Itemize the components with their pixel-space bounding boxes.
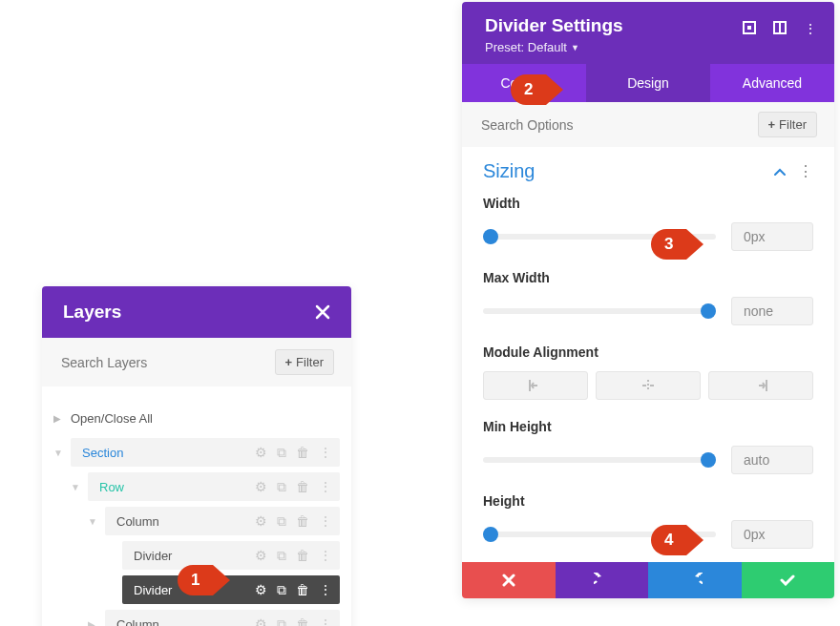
layers-panel: Layers + Filter ▶ Open/Close All ▼ Secti… [42, 286, 351, 626]
align-left-button[interactable] [483, 371, 588, 400]
max-width-slider[interactable] [483, 308, 716, 314]
settings-search-input[interactable] [479, 116, 651, 134]
height-slider[interactable] [483, 532, 716, 537]
open-close-label: Open/Close All [71, 411, 340, 426]
divider-label: Divider [134, 549, 255, 563]
redo-button[interactable] [648, 562, 742, 598]
align-center-button[interactable] [596, 371, 701, 400]
settings-tabs: Content Design Advanced [462, 64, 834, 102]
field-height: Height 0px [462, 488, 834, 562]
duplicate-icon[interactable]: ⧉ [277, 479, 286, 495]
gear-icon[interactable]: ⚙ [255, 479, 267, 495]
caret-down-icon: ▼ [71, 482, 80, 492]
trash-icon[interactable]: 🗑 [296, 582, 309, 598]
slider-thumb[interactable] [701, 452, 716, 468]
field-width: Width 0px [462, 190, 834, 264]
row-pill: Row ⚙ ⧉ 🗑 ⋮ [88, 472, 340, 501]
close-icon[interactable] [315, 304, 330, 320]
discard-button[interactable] [462, 562, 556, 598]
duplicate-icon[interactable]: ⧉ [277, 616, 286, 627]
gear-icon[interactable]: ⚙ [255, 445, 267, 461]
save-button[interactable] [742, 562, 835, 598]
tab-advanced[interactable]: Advanced [710, 64, 834, 102]
column-pill: Column ⚙ ⧉ 🗑 ⋮ [105, 507, 340, 535]
column-pill-2: Column ⚙ ⧉ 🗑 ⋮ [105, 610, 340, 626]
section-actions: ⚙ ⧉ 🗑 ⋮ [255, 445, 340, 461]
trash-icon[interactable]: 🗑 [296, 479, 309, 495]
duplicate-icon[interactable]: ⧉ [277, 582, 286, 598]
trash-icon[interactable]: 🗑 [296, 616, 309, 627]
slider-thumb[interactable] [483, 527, 498, 542]
tree-item-divider-2-active[interactable]: Divider ⚙ ⧉ 🗑 ⋮ [105, 575, 340, 604]
gear-icon[interactable]: ⚙ [255, 548, 267, 564]
dots-icon[interactable]: ⋮ [319, 548, 332, 564]
plus-icon: + [285, 355, 293, 369]
alignment-label: Module Alignment [483, 344, 813, 360]
settings-header-icons: ⋮ [743, 21, 817, 36]
dots-icon[interactable]: ⋮ [319, 479, 332, 495]
field-max-width: Max Width none [462, 264, 834, 339]
height-value[interactable]: 0px [731, 520, 813, 549]
slider-thumb[interactable] [483, 229, 498, 244]
undo-button[interactable] [556, 562, 649, 598]
tab-content[interactable]: Content [462, 64, 586, 102]
plus-icon: + [768, 117, 776, 132]
columns-icon[interactable] [773, 21, 787, 36]
tree-item-column-2[interactable]: ▶ Column ⚙ ⧉ 🗑 ⋮ [88, 610, 340, 626]
tree-open-close-all[interactable]: ▶ Open/Close All [53, 404, 340, 432]
layers-search-input[interactable] [59, 354, 231, 371]
dots-icon[interactable]: ⋮ [804, 21, 817, 36]
width-value[interactable]: 0px [731, 222, 813, 251]
row-actions: ⚙ ⧉ 🗑 ⋮ [255, 479, 340, 495]
column-label: Column [116, 514, 255, 529]
caret-down-icon: ▼ [571, 43, 579, 52]
trash-icon[interactable]: 🗑 [296, 513, 309, 530]
divider-label: Divider [134, 583, 255, 597]
settings-filter-button[interactable]: + Filter [758, 112, 817, 137]
tree-item-row[interactable]: ▼ Row ⚙ ⧉ 🗑 ⋮ [71, 472, 340, 501]
tab-design[interactable]: Design [586, 64, 710, 102]
trash-icon[interactable]: 🗑 [296, 548, 309, 564]
field-alignment: Module Alignment [462, 339, 834, 413]
duplicate-icon[interactable]: ⧉ [277, 445, 286, 461]
divider-pill-active: Divider ⚙ ⧉ 🗑 ⋮ [122, 575, 340, 604]
width-slider[interactable] [483, 234, 716, 240]
dots-icon[interactable]: ⋮ [319, 445, 332, 461]
dots-icon[interactable]: ⋮ [319, 582, 332, 598]
preset-text: Preset: Default [485, 40, 567, 54]
tree-item-section[interactable]: ▼ Section ⚙ ⧉ 🗑 ⋮ [53, 438, 340, 467]
column-actions: ⚙ ⧉ 🗑 ⋮ [255, 513, 340, 530]
caret-down-icon: ▼ [53, 448, 63, 458]
gear-icon[interactable]: ⚙ [255, 616, 267, 627]
svg-rect-1 [747, 26, 751, 30]
row-label: Row [99, 480, 255, 494]
layers-header: Layers [42, 286, 351, 338]
settings-actions-bar [462, 562, 834, 598]
settings-search-row: + Filter [462, 102, 834, 147]
gear-icon[interactable]: ⚙ [255, 582, 267, 598]
settings-preset[interactable]: Preset: Default ▼ [485, 40, 811, 54]
layers-filter-button[interactable]: + Filter [275, 349, 334, 375]
max-width-value[interactable]: none [731, 297, 813, 325]
tree-item-divider-1[interactable]: Divider ⚙ ⧉ 🗑 ⋮ [105, 541, 340, 570]
min-height-value[interactable]: auto [731, 446, 813, 474]
width-label: Width [483, 196, 813, 211]
section-sizing-head[interactable]: Sizing ⋮ [462, 147, 834, 190]
filter-label: Filter [779, 117, 807, 132]
gear-icon[interactable]: ⚙ [255, 513, 267, 530]
section-sizing-icons: ⋮ [773, 162, 813, 180]
slider-thumb[interactable] [701, 303, 716, 319]
duplicate-icon[interactable]: ⧉ [277, 548, 286, 564]
dots-icon[interactable]: ⋮ [319, 616, 332, 627]
dots-icon[interactable]: ⋮ [319, 513, 332, 530]
dots-icon[interactable]: ⋮ [798, 162, 813, 180]
min-height-slider[interactable] [483, 457, 716, 463]
column2-actions: ⚙ ⧉ 🗑 ⋮ [255, 616, 340, 627]
expand-icon[interactable] [743, 21, 756, 36]
tree-item-column-1[interactable]: ▼ Column ⚙ ⧉ 🗑 ⋮ [88, 507, 340, 535]
align-right-button[interactable] [708, 371, 813, 400]
duplicate-icon[interactable]: ⧉ [277, 513, 286, 530]
chevron-up-icon[interactable] [773, 167, 787, 177]
caret-right-icon: ▶ [88, 619, 97, 627]
trash-icon[interactable]: 🗑 [296, 445, 309, 461]
